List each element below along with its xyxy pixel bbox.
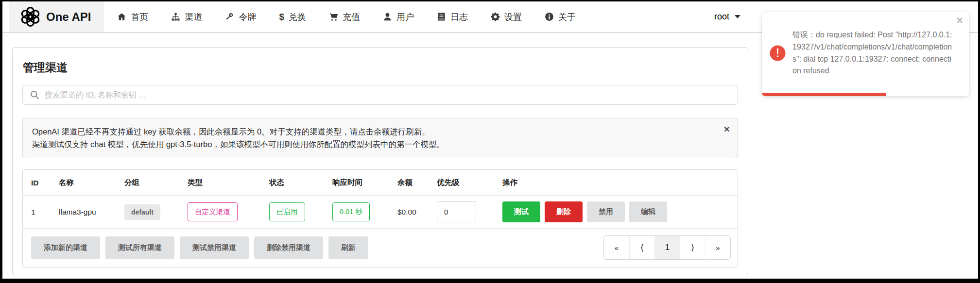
log-icon — [437, 12, 446, 21]
col-header-id: ID — [31, 179, 59, 187]
brand-logo-item[interactable]: One API — [9, 1, 104, 32]
edit-button[interactable]: 编辑 — [629, 201, 667, 222]
search-icon — [30, 90, 40, 102]
nav-item-label: 关于 — [558, 11, 576, 23]
col-header-priority: 优先级 — [437, 178, 502, 188]
table-row: 1 llama3-gpu default 自定义渠道 已启用 0.01 秒 $0… — [23, 196, 738, 229]
col-header-balance: 余额 — [397, 178, 437, 188]
notice-close-icon[interactable]: × — [724, 124, 730, 134]
nav-item-label: 兑换 — [289, 11, 306, 23]
page-title: 管理渠道 — [23, 60, 738, 75]
brand-title: One API — [46, 10, 91, 24]
cell-name: llama3-gpu — [59, 208, 124, 216]
nav-item-users[interactable]: 用户 — [373, 1, 424, 32]
toast-message: 错误：do request failed: Post "http://127.0… — [792, 29, 955, 78]
nav-item-settings[interactable]: 设置 — [481, 1, 532, 32]
pagination-prev[interactable]: ⟨ — [629, 236, 654, 259]
cell-id: 1 — [31, 208, 59, 216]
cell-balance[interactable]: $0.00 — [397, 208, 437, 216]
nav-item-label: 首页 — [131, 11, 148, 23]
home-icon — [117, 12, 126, 21]
nav-item-redemptions[interactable]: $ 兑换 — [269, 1, 316, 32]
refresh-button[interactable]: 刷新 — [328, 236, 368, 259]
priority-input[interactable] — [437, 201, 476, 222]
col-header-type: 类型 — [188, 178, 269, 188]
nav-item-label: 令牌 — [239, 11, 256, 23]
group-badge: default — [124, 204, 160, 220]
nav-item-label: 渠道 — [185, 11, 202, 23]
delete-disabled-channels-button[interactable]: 删除禁用渠道 — [254, 236, 323, 259]
toast-close-icon[interactable]: × — [957, 15, 963, 26]
col-header-actions: 操作 — [502, 178, 738, 188]
col-header-response-time: 响应时间 — [332, 178, 397, 188]
nav-item-logs[interactable]: 日志 — [427, 1, 478, 32]
row-actions: 测试 删除 禁用 编辑 — [502, 201, 738, 222]
test-button[interactable]: 测试 — [502, 201, 540, 222]
col-header-group: 分组 — [124, 178, 188, 188]
delete-button[interactable]: 删除 — [545, 201, 583, 222]
notice-message: OpenAI 渠道已经不再支持通过 key 获取余额，因此余额显示为 0。对于支… — [22, 118, 738, 158]
user-menu[interactable]: root — [714, 1, 745, 32]
col-header-name: 名称 — [59, 178, 124, 188]
pagination-next[interactable]: ⟩ — [680, 236, 705, 259]
nav-item-tokens[interactable]: 令牌 — [215, 1, 266, 32]
key-icon — [225, 12, 234, 21]
table-footer: 添加新的渠道 测试所有渠道 测试禁用渠道 删除禁用渠道 刷新 « ⟨ 1 ⟩ » — [23, 229, 738, 267]
pagination-last[interactable]: » — [705, 236, 730, 259]
app-window: One API 首页 渠道 令牌 $ — [0, 0, 980, 283]
footer-buttons: 添加新的渠道 测试所有渠道 测试禁用渠道 删除禁用渠道 刷新 — [31, 236, 368, 259]
disable-button[interactable]: 禁用 — [587, 201, 625, 222]
nav-item-about[interactable]: 关于 — [535, 1, 585, 32]
channel-type-button[interactable]: 自定义渠道 — [188, 202, 238, 221]
nav-item-label: 充值 — [343, 11, 360, 23]
pagination-page-1[interactable]: 1 — [654, 236, 680, 259]
search-input[interactable] — [22, 85, 738, 105]
dollar-icon: $ — [279, 12, 284, 22]
channels-table: ID 名称 分组 类型 状态 响应时间 余额 优先级 操作 1 llama3-g… — [22, 169, 738, 268]
test-disabled-channels-button[interactable]: 测试禁用渠道 — [180, 236, 249, 259]
response-time-button[interactable]: 0.01 秒 — [332, 202, 370, 221]
chevron-down-icon — [735, 15, 740, 18]
status-button[interactable]: 已启用 — [269, 202, 305, 221]
search-bar — [22, 85, 738, 105]
user-menu-label: root — [714, 12, 729, 22]
error-exclamation-icon — [769, 45, 786, 62]
info-circle-icon — [545, 12, 554, 21]
col-header-status: 状态 — [269, 178, 332, 188]
cart-icon — [329, 12, 338, 21]
nav-item-topup[interactable]: 充值 — [319, 1, 370, 32]
test-all-channels-button[interactable]: 测试所有渠道 — [105, 236, 174, 259]
pagination-first[interactable]: « — [604, 236, 629, 259]
channels-card: 管理渠道 OpenAI 渠道已经不再支持通过 key 获取余额，因此余额显示为 … — [12, 47, 748, 275]
user-icon — [383, 12, 392, 21]
nav-item-label: 用户 — [396, 11, 414, 23]
table-header-row: ID 名称 分组 类型 状态 响应时间 余额 优先级 操作 — [23, 170, 738, 196]
toast-progress-bar — [762, 93, 886, 96]
openai-logo-icon — [20, 6, 41, 27]
gear-icon — [491, 12, 500, 21]
notice-line: 渠道测试仅支持 chat 模型，优先使用 gpt-3.5-turbo，如果该模型… — [32, 138, 713, 151]
add-channel-button[interactable]: 添加新的渠道 — [31, 236, 100, 259]
notice-line: OpenAI 渠道已经不再支持通过 key 获取余额，因此余额显示为 0。对于支… — [32, 126, 713, 138]
nav-item-channels[interactable]: 渠道 — [161, 1, 212, 32]
nav-item-home[interactable]: 首页 — [107, 1, 158, 32]
nav-item-label: 设置 — [504, 11, 522, 23]
sitemap-icon — [171, 12, 180, 21]
nav-item-label: 日志 — [450, 11, 468, 23]
navbar-inner: One API 首页 渠道 令牌 $ — [9, 1, 745, 32]
pagination: « ⟨ 1 ⟩ » — [603, 235, 731, 260]
error-toast: 错误：do request failed: Post "http://127.0… — [762, 12, 969, 96]
